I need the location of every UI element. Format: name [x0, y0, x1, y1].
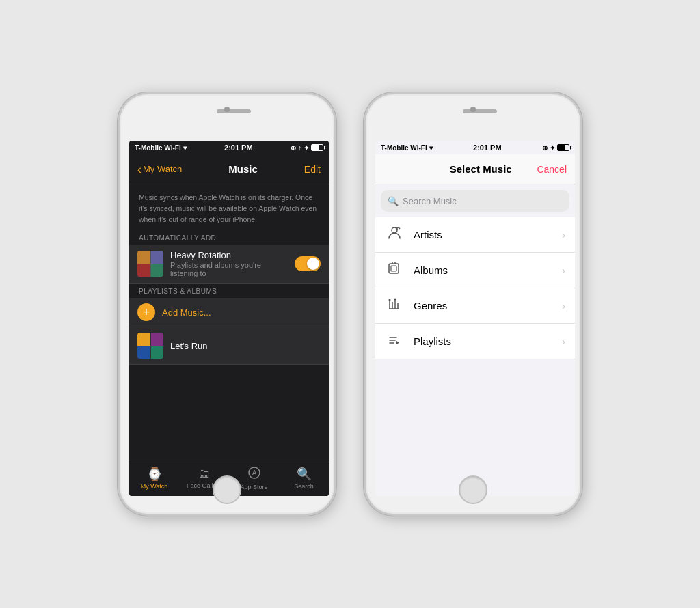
- info-text: Music syncs when Apple Watch is on its c…: [129, 184, 329, 230]
- status-icons-2: ⊕ ✦: [542, 144, 569, 152]
- playlists-chevron: ›: [562, 336, 565, 347]
- heavy-rotation-subtitle: Playlists and albums you're listening to: [170, 261, 288, 277]
- status-bar-1: T-Mobile Wi-Fi ▾ 2:01 PM ⊕ ↑ ✦: [129, 141, 329, 154]
- playlists-label: Playlists: [414, 335, 552, 347]
- albums-item[interactable]: Albums ›: [375, 253, 575, 288]
- tab-my-watch-label: My Watch: [141, 483, 168, 490]
- my-watch-icon: ⌚: [147, 467, 162, 482]
- status-bar-2: T-Mobile Wi-Fi ▾ 2:01 PM ⊕ ✦: [375, 141, 575, 154]
- search-tab-icon: 🔍: [297, 467, 312, 482]
- auto-add-header: AUTOMATICALLY ADD: [129, 230, 329, 245]
- albums-icon: [385, 261, 404, 279]
- svg-point-2: [392, 227, 397, 233]
- home-button-1[interactable]: [213, 475, 241, 504]
- heavy-rotation-item[interactable]: Heavy Rotation Playlists and albums you'…: [129, 245, 329, 284]
- albums-label: Albums: [414, 264, 552, 276]
- screen-1-content: Music syncs when Apple Watch is on its c…: [129, 184, 329, 365]
- status-icons-1: ⊕ ↑ ✦: [291, 144, 323, 152]
- search-icon: 🔍: [388, 196, 399, 206]
- playlist-thumb: [137, 333, 163, 359]
- status-time-2: 2:01 PM: [473, 143, 502, 152]
- battery-icon-1: [311, 144, 323, 151]
- screen-1: T-Mobile Wi-Fi ▾ 2:01 PM ⊕ ↑ ✦ My Watch …: [129, 141, 329, 496]
- svg-point-13: [389, 299, 391, 301]
- status-time-1: 2:01 PM: [224, 143, 253, 152]
- phone-1: T-Mobile Wi-Fi ▾ 2:01 PM ⊕ ↑ ✦ My Watch …: [118, 92, 336, 516]
- genres-chevron: ›: [562, 301, 565, 312]
- albums-chevron: ›: [562, 265, 565, 276]
- playlists-header: PLAYLISTS & ALBUMS: [129, 284, 329, 298]
- speaker-2: [463, 109, 497, 113]
- chevron-left-icon: [137, 163, 142, 176]
- status-carrier-2: T-Mobile Wi-Fi ▾: [381, 144, 433, 152]
- playlist-item[interactable]: Let's Run: [129, 327, 329, 365]
- battery-icon-2: [557, 144, 569, 151]
- heavy-rotation-thumb: [137, 251, 163, 277]
- playlist-text: Let's Run: [170, 341, 321, 351]
- nav-title-2: Select Music: [450, 163, 512, 175]
- tab-app-store-label: App Store: [240, 484, 267, 490]
- add-icon: +: [137, 303, 155, 321]
- nav-title-1: Music: [228, 163, 258, 175]
- nav-bar-1: My Watch Music Edit: [129, 154, 329, 184]
- artists-chevron: ›: [562, 230, 565, 240]
- artists-item[interactable]: Artists ›: [375, 217, 575, 253]
- status-carrier-1: T-Mobile Wi-Fi ▾: [135, 144, 187, 152]
- genres-icon: [385, 296, 404, 315]
- tab-search[interactable]: 🔍 Search: [284, 467, 325, 490]
- tab-my-watch[interactable]: ⌚ My Watch: [134, 467, 175, 490]
- nav-bar-2: Select Music Cancel: [375, 154, 575, 184]
- playlist-name: Let's Run: [170, 341, 321, 351]
- heavy-rotation-text: Heavy Rotation Playlists and albums you'…: [170, 250, 288, 277]
- playlists-item[interactable]: Playlists ›: [375, 324, 575, 359]
- heavy-rotation-title: Heavy Rotation: [170, 250, 288, 260]
- search-placeholder: Search Music: [403, 196, 457, 206]
- add-music-label: Add Music...: [162, 307, 211, 318]
- genres-label: Genres: [414, 300, 552, 312]
- heavy-rotation-toggle[interactable]: [295, 256, 321, 271]
- screen-2: T-Mobile Wi-Fi ▾ 2:01 PM ⊕ ✦ Select Musi…: [375, 141, 575, 496]
- artists-label: Artists: [414, 229, 552, 240]
- cancel-button[interactable]: Cancel: [537, 164, 567, 175]
- face-gallery-icon: 🗂: [198, 467, 211, 481]
- svg-point-14: [394, 299, 396, 301]
- back-button-1[interactable]: My Watch: [137, 163, 182, 176]
- tab-search-label: Search: [294, 483, 314, 490]
- phone-2: T-Mobile Wi-Fi ▾ 2:01 PM ⊕ ✦ Select Musi…: [364, 92, 582, 516]
- speaker: [217, 109, 251, 113]
- add-music-item[interactable]: + Add Music...: [129, 298, 329, 327]
- genres-item[interactable]: Genres ›: [375, 288, 575, 324]
- edit-button[interactable]: Edit: [304, 164, 321, 175]
- home-button-2[interactable]: [459, 475, 487, 504]
- playlists-icon: [385, 332, 404, 350]
- svg-rect-5: [391, 266, 396, 271]
- toggle-knob: [307, 258, 319, 270]
- artists-icon: [385, 225, 404, 244]
- search-bar[interactable]: 🔍 Search Music: [381, 190, 569, 212]
- app-store-icon: A: [248, 467, 260, 482]
- svg-text:A: A: [252, 469, 256, 477]
- svg-rect-4: [389, 264, 399, 273]
